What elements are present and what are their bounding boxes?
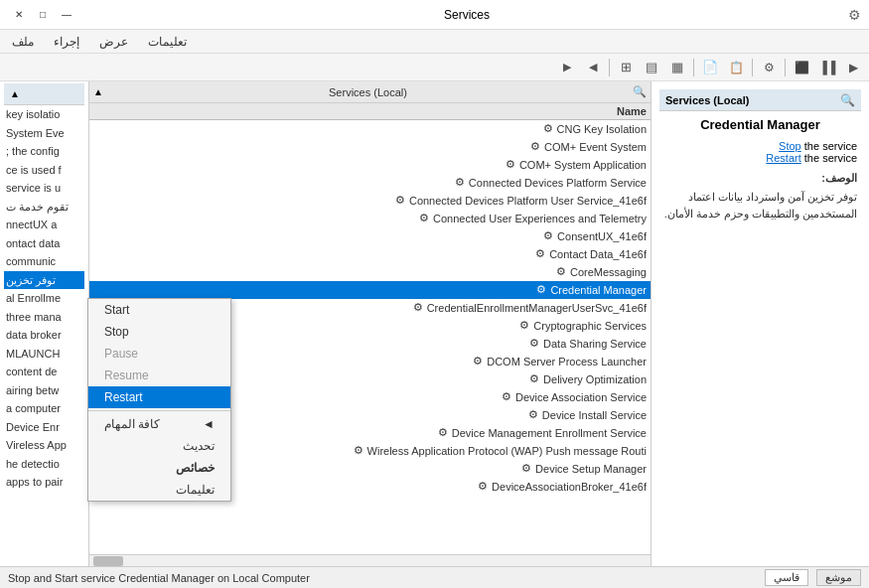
left-panel-item[interactable]: MLAUNCH bbox=[4, 345, 84, 364]
left-panel-item[interactable]: airing betw bbox=[4, 381, 84, 400]
service-row[interactable]: ⚙CoreMessaging bbox=[89, 263, 651, 281]
left-panel-item[interactable]: service is u bbox=[4, 179, 84, 198]
submenu-arrow: ◄ bbox=[203, 417, 215, 431]
toolbar-btn-grid[interactable]: ⊞ bbox=[614, 57, 638, 78]
stop-service-link[interactable]: Stop bbox=[779, 140, 801, 152]
service-name: Connected User Experiences and Telemetry bbox=[433, 213, 647, 224]
search-icon[interactable]: 🔍 bbox=[633, 85, 647, 98]
right-panel-content: Credential Manager Stop the service Rest… bbox=[659, 111, 861, 227]
window-title: Services bbox=[444, 8, 490, 22]
right-panel: Services (Local) 🔍 Credential Manager St… bbox=[651, 81, 869, 566]
service-gear-icon: ⚙ bbox=[478, 480, 492, 494]
table-header: ▲ (Services (Local 🔍 bbox=[89, 81, 651, 103]
service-gear-icon: ⚙ bbox=[535, 247, 549, 261]
left-panel: ▲ key isolatioSystem Eve; the configce i… bbox=[0, 81, 89, 566]
service-row[interactable]: ⚙Credential Manager bbox=[89, 281, 651, 299]
service-gear-icon: ⚙ bbox=[529, 337, 543, 351]
context-menu-item[interactable]: Start bbox=[88, 299, 230, 321]
left-panel-item[interactable]: a computer bbox=[4, 399, 84, 418]
context-menu-item[interactable]: تعليمات bbox=[88, 479, 230, 501]
service-name: Data Sharing Service bbox=[543, 338, 647, 350]
left-panel-item[interactable]: communic bbox=[4, 252, 84, 271]
left-panel-item[interactable]: al Enrollme bbox=[4, 289, 84, 308]
center-expand-icon[interactable]: ▲ bbox=[93, 86, 103, 97]
name-column-header[interactable]: Name bbox=[617, 105, 647, 117]
service-gear-icon: ⚙ bbox=[455, 176, 469, 190]
service-gear-icon: ⚙ bbox=[419, 212, 433, 225]
toolbar-btn-doc[interactable]: 📄 bbox=[698, 57, 722, 78]
toolbar-btn-gear[interactable]: ⚙ bbox=[757, 57, 781, 78]
stop-service-suffix: the service bbox=[801, 140, 857, 152]
left-panel-item[interactable]: ; the config bbox=[4, 142, 84, 161]
menu-item-action[interactable]: إجراء bbox=[50, 35, 83, 49]
service-gear-icon: ⚙ bbox=[556, 265, 570, 279]
left-panel-item[interactable]: Device Enr bbox=[4, 418, 84, 437]
service-name: Device Association Service bbox=[515, 391, 647, 403]
right-panel-search-icon[interactable]: 🔍 bbox=[840, 93, 855, 107]
service-row[interactable]: ⚙CNG Key Isolation bbox=[89, 120, 651, 138]
service-name: Credential Manager bbox=[550, 284, 647, 296]
context-menu-separator bbox=[88, 410, 230, 411]
toolbar-separator-3 bbox=[752, 59, 753, 76]
horizontal-scrollbar[interactable] bbox=[89, 554, 651, 566]
toolbar: ▶ ◀ ⊞ ▤ ▦ 📄 📋 ⚙ ⬛ ▐▐ ▶ bbox=[0, 54, 869, 81]
toolbar-btn-list2[interactable]: ▤ bbox=[640, 57, 663, 78]
service-row[interactable]: ⚙Connected Devices Platform Service bbox=[89, 174, 651, 192]
service-gear-icon: ⚙ bbox=[354, 444, 367, 458]
minimize-button[interactable]: — bbox=[56, 4, 77, 26]
h-scroll-thumb[interactable] bbox=[93, 556, 123, 566]
maximize-button[interactable]: □ bbox=[32, 4, 54, 26]
left-panel-item[interactable]: three mana bbox=[4, 308, 84, 327]
status-tab-2[interactable]: قاسي bbox=[765, 569, 808, 586]
context-menu-item[interactable]: Restart bbox=[88, 386, 230, 408]
service-gear-icon: ⚙ bbox=[536, 283, 550, 297]
left-panel-item[interactable]: ce is used f bbox=[4, 161, 84, 180]
service-name: COM+ System Application bbox=[519, 159, 647, 171]
status-tab-1[interactable]: موشع bbox=[816, 569, 861, 586]
close-button[interactable]: ✕ bbox=[8, 4, 30, 26]
service-gear-icon: ⚙ bbox=[438, 426, 452, 440]
service-row[interactable]: ⚙Connected Devices Platform User Service… bbox=[89, 192, 651, 210]
left-panel-item[interactable]: apps to pair bbox=[4, 473, 84, 492]
toolbar-btn-clipboard[interactable]: 📋 bbox=[724, 57, 748, 78]
context-menu-item[interactable]: Stop bbox=[88, 321, 230, 343]
context-menu-item[interactable]: خصائص bbox=[88, 457, 230, 479]
left-panel-item[interactable]: System Eve bbox=[4, 124, 84, 143]
left-panel-item[interactable]: key isolatio bbox=[4, 105, 84, 124]
context-menu-item[interactable]: تحديث bbox=[88, 435, 230, 457]
toolbar-pause-btn[interactable]: ▐▐ bbox=[815, 57, 839, 78]
left-panel-item[interactable]: Vireless App bbox=[4, 436, 84, 455]
menu-item-help[interactable]: تعليمات bbox=[144, 35, 191, 49]
toolbar-forward-btn[interactable]: ▶ bbox=[555, 57, 579, 78]
toolbar-play-btn[interactable]: ▶ bbox=[841, 57, 865, 78]
left-panel-item[interactable]: nnectUX a bbox=[4, 216, 84, 234]
service-gear-icon: ⚙ bbox=[502, 390, 515, 404]
status-bar-text: Stop and Start service Credential Manage… bbox=[8, 572, 310, 584]
restart-service-link[interactable]: Restart bbox=[766, 152, 800, 164]
service-gear-icon: ⚙ bbox=[521, 462, 535, 476]
service-name: CNG Key Isolation bbox=[557, 123, 647, 135]
service-row[interactable]: ⚙COM+ System Application bbox=[89, 156, 651, 174]
left-panel-item[interactable]: data broker bbox=[4, 326, 84, 345]
service-gear-icon: ⚙ bbox=[530, 140, 544, 154]
service-row[interactable]: ⚙Contact Data_41e6f bbox=[89, 245, 651, 263]
service-row[interactable]: ⚙COM+ Event System bbox=[89, 138, 651, 156]
menu-bar: تعليمات عرض إجراء ملف bbox=[0, 30, 869, 54]
menu-item-file[interactable]: ملف bbox=[8, 35, 38, 49]
service-row[interactable]: ⚙ConsentUX_41e6f bbox=[89, 227, 651, 245]
left-panel-expand-icon[interactable]: ▲ bbox=[10, 88, 20, 99]
column-header: Name bbox=[89, 103, 651, 120]
left-panel-item[interactable]: content de bbox=[4, 363, 84, 381]
left-panel-item[interactable]: توفر تخزين bbox=[4, 271, 84, 290]
toolbar-back-btn[interactable]: ◀ bbox=[581, 57, 605, 78]
toolbar-stop-btn[interactable]: ⬛ bbox=[790, 57, 813, 78]
menu-item-view[interactable]: عرض bbox=[95, 35, 132, 49]
context-menu-submenu-item[interactable]: ◄كافة المهام bbox=[88, 413, 230, 435]
left-panel-title-row: ▲ bbox=[4, 83, 84, 105]
toolbar-btn-list3[interactable]: ▦ bbox=[665, 57, 689, 78]
service-name: Wireless Application Protocol (WAP) Push… bbox=[367, 445, 647, 457]
left-panel-item[interactable]: ontact data bbox=[4, 234, 84, 253]
left-panel-item[interactable]: he detectio bbox=[4, 455, 84, 474]
service-row[interactable]: ⚙Connected User Experiences and Telemetr… bbox=[89, 210, 651, 227]
left-panel-item[interactable]: تقوم خدمة ت bbox=[4, 198, 84, 217]
